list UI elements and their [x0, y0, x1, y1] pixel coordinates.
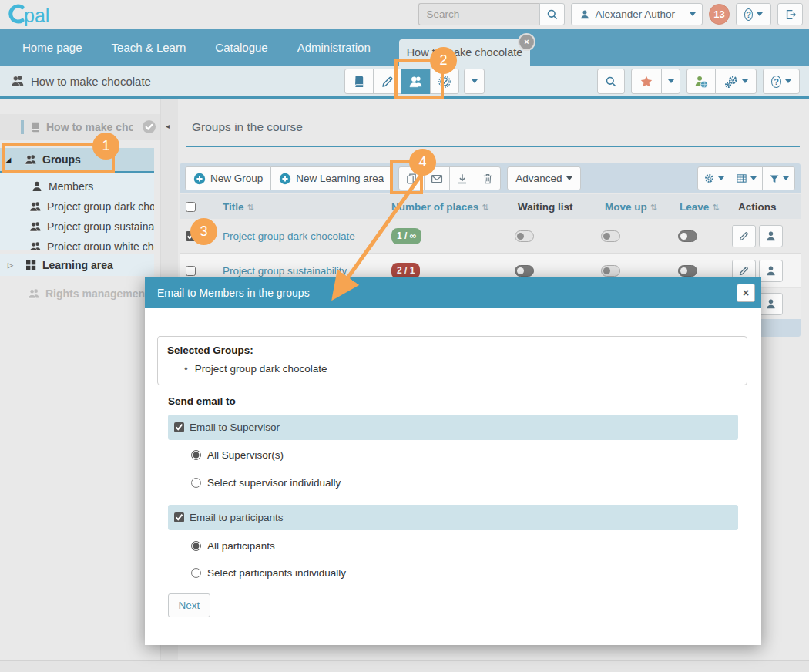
logout-button[interactable]: [777, 3, 803, 25]
course-actions: [597, 69, 800, 94]
search-input[interactable]: [418, 3, 540, 25]
advanced-dropdown-button[interactable]: Advanced: [507, 166, 581, 190]
nav-item-home[interactable]: Home page: [8, 29, 97, 66]
manage-members-button[interactable]: [759, 225, 783, 247]
leave-toggle[interactable]: [678, 230, 697, 242]
favorite-button[interactable]: [631, 69, 662, 94]
sidebar-item-groups[interactable]: ◢ Groups: [0, 148, 154, 171]
duplicate-button[interactable]: [398, 166, 425, 190]
select-participants-radio[interactable]: [191, 568, 201, 578]
email-dialog: Email to Members in the groups × Selecte…: [145, 277, 761, 645]
next-button[interactable]: Next: [168, 593, 210, 617]
all-supervisors-radio[interactable]: [191, 450, 201, 460]
toolbar-right-actions: [697, 166, 795, 190]
notification-badge[interactable]: 13: [709, 4, 730, 25]
page-footer: [0, 660, 809, 672]
chevron-down-icon: [718, 176, 724, 180]
export-button[interactable]: [449, 166, 475, 190]
sidebar-item-label: Learning area: [42, 259, 113, 271]
new-learning-area-button[interactable]: New Learning area: [270, 166, 392, 190]
blocks-icon: [25, 259, 37, 271]
course-settings-button[interactable]: [715, 69, 757, 94]
select-participants-option: Select participants individually: [191, 567, 346, 579]
manage-members-button[interactable]: [759, 293, 783, 315]
row-checkbox[interactable]: [186, 231, 196, 241]
email-participants-checkbox[interactable]: [174, 512, 184, 522]
select-supervisor-option: Select supervisor individually: [191, 477, 341, 489]
column-header-move-up[interactable]: Move up: [605, 201, 657, 213]
move-up-toggle[interactable]: [601, 230, 620, 242]
nav-item-administration[interactable]: Administration: [283, 29, 385, 66]
sidebar-item-label: Project group dark choc: [47, 200, 154, 213]
user-menu-caret-button[interactable]: [683, 3, 703, 25]
groups-table-toolbar: New Group New Learning area Advanced: [180, 163, 801, 193]
favorite-caret-button[interactable]: [661, 69, 680, 94]
move-up-toggle[interactable]: [601, 265, 620, 277]
email-supervisor-checkbox[interactable]: [174, 422, 184, 432]
tree-expanded-icon[interactable]: ◢: [6, 156, 14, 163]
nav-item-teach-learn[interactable]: Teach & Learn: [97, 29, 201, 66]
course-help-button[interactable]: [763, 69, 800, 94]
columns-button[interactable]: [730, 166, 763, 190]
sidebar-item-label: Project group white cho: [47, 240, 154, 250]
medal-icon: [438, 75, 451, 89]
course-content-button[interactable]: [344, 69, 374, 94]
sidebar-item-project-group-sustainability[interactable]: Project group sustainab: [0, 217, 154, 237]
option-label: Select participants individually: [207, 567, 346, 579]
envelope-icon: [431, 173, 443, 185]
column-header-places[interactable]: Number of places: [391, 201, 489, 213]
edit-group-button[interactable]: [732, 225, 756, 247]
filter-button[interactable]: [762, 166, 795, 190]
sidebar-item-members[interactable]: Members: [0, 176, 154, 197]
email-button[interactable]: [424, 166, 450, 190]
tree-collapsed-icon[interactable]: ▷: [8, 261, 15, 269]
manage-members-button[interactable]: [759, 260, 783, 282]
share-course-button[interactable]: [686, 69, 716, 94]
user-button[interactable]: Alexander Author: [571, 3, 683, 25]
group-title-link[interactable]: Project group dark chocolate: [223, 219, 355, 253]
pencil-icon: [738, 265, 750, 277]
opal-app: pal Alexander Author 13 H: [0, 0, 809, 672]
all-participants-radio[interactable]: [191, 541, 201, 551]
sidebar-item-course-root[interactable]: How to make choc: [0, 114, 160, 140]
delete-button[interactable]: [475, 166, 501, 190]
edit-course-button[interactable]: [373, 69, 402, 94]
pencil-icon: [738, 230, 750, 242]
nav-item-catalogue[interactable]: Catalogue: [200, 29, 282, 66]
help-button[interactable]: [736, 3, 771, 25]
dialog-close-button[interactable]: ×: [737, 284, 755, 302]
members-management-button[interactable]: [401, 69, 431, 94]
column-header-leave[interactable]: Leave: [680, 201, 720, 213]
column-header-title[interactable]: Title: [223, 201, 254, 213]
places-badge: 2 / 1: [391, 263, 420, 279]
sidebar-item-project-group-dark[interactable]: Project group dark choc: [0, 197, 154, 217]
select-supervisor-radio[interactable]: [191, 478, 201, 488]
download-icon: [456, 173, 468, 185]
pencil-icon: [381, 75, 394, 89]
tab-course-active[interactable]: How to make chocolate ×: [399, 39, 530, 66]
search-icon: [605, 76, 617, 88]
advanced-label: Advanced: [515, 173, 562, 184]
chevron-down-icon: [690, 12, 696, 16]
more-views-caret-button[interactable]: [464, 69, 485, 94]
waiting-list-toggle[interactable]: [515, 265, 534, 277]
tab-close-icon[interactable]: ×: [518, 33, 535, 51]
sidebar-item-learning-area[interactable]: ▷ Learning area: [0, 254, 154, 276]
table-settings-button[interactable]: [697, 166, 730, 190]
waiting-list-toggle[interactable]: [515, 230, 534, 242]
sidebar-item-label: Project group sustainab: [47, 220, 154, 233]
sidebar-item-rights-management[interactable]: Rights management: [0, 284, 154, 304]
new-group-button[interactable]: New Group: [185, 166, 271, 190]
course-toolbar: How to make chocolate: [0, 66, 809, 99]
book-icon: [352, 75, 366, 89]
row-checkbox[interactable]: [186, 266, 196, 276]
all-participants-option: All participants: [191, 540, 275, 552]
course-search-button[interactable]: [597, 69, 625, 94]
sidebar-item-project-group-white[interactable]: Project group white cho: [0, 237, 154, 250]
search-button[interactable]: [539, 3, 565, 25]
topbar-controls: Alexander Author 13: [418, 3, 803, 25]
assessment-button[interactable]: [430, 69, 459, 94]
collapse-sidebar-icon[interactable]: ◂: [166, 122, 170, 130]
select-all-checkbox[interactable]: [186, 202, 196, 212]
leave-toggle[interactable]: [678, 265, 697, 277]
